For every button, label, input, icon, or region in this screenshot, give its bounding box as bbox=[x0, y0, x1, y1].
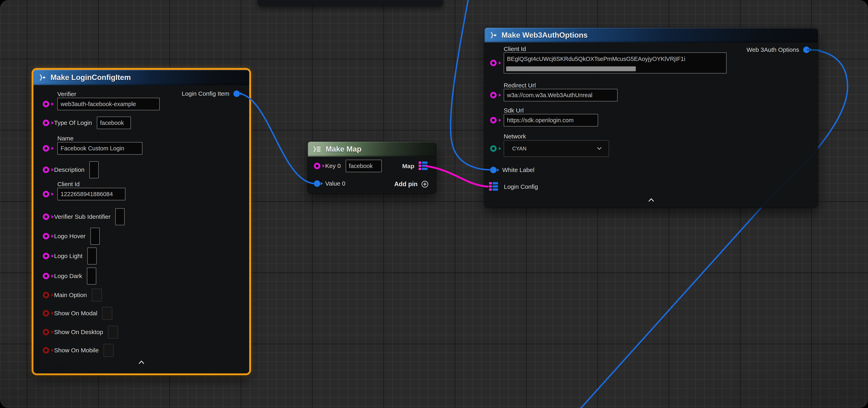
node-header-make-web3auth-options[interactable]: Make Web3AuthOptions bbox=[485, 28, 818, 42]
value-0-pin[interactable] bbox=[314, 180, 320, 187]
white-label-label: White Label bbox=[502, 167, 534, 173]
key-0-field[interactable]: facebook bbox=[346, 160, 382, 172]
blueprint-graph-canvas[interactable]: Make LoginConfigItem Login Config Item V… bbox=[0, 0, 868, 408]
network-dropdown[interactable]: CYAN bbox=[504, 140, 609, 157]
offscreen-node-bottom[interactable] bbox=[257, 0, 443, 6]
type-of-login-pin[interactable] bbox=[43, 120, 49, 126]
verifier-sub-identifier-pin[interactable] bbox=[43, 213, 49, 220]
chevron-up-icon bbox=[648, 198, 654, 202]
main-option-checkbox[interactable] bbox=[92, 288, 102, 302]
verifier-field[interactable]: web3auth-facebook-example bbox=[57, 98, 160, 110]
node-title: Make LoginConfigItem bbox=[51, 73, 131, 82]
chevron-down-icon bbox=[597, 147, 602, 150]
show-on-modal-checkbox[interactable] bbox=[102, 307, 112, 320]
node-make-web3auth-options[interactable]: Make Web3AuthOptions Web 3Auth Options C… bbox=[485, 28, 818, 207]
show-on-desktop-checkbox[interactable] bbox=[108, 326, 118, 339]
show-on-mobile-checkbox[interactable] bbox=[103, 344, 114, 357]
show-on-desktop-label: Show On Desktop bbox=[54, 329, 103, 336]
type-of-login-label: Type Of Login bbox=[54, 120, 92, 126]
show-on-modal-pin[interactable] bbox=[43, 310, 49, 316]
show-on-mobile-pin[interactable] bbox=[43, 347, 49, 353]
sdk-url-field[interactable]: https://sdk.openlogin.com bbox=[504, 114, 598, 127]
make-struct-icon bbox=[490, 32, 497, 39]
client-id-label: Client Id bbox=[57, 181, 80, 188]
login-config-pin[interactable] bbox=[489, 182, 498, 192]
client-id-field-scrollbar[interactable] bbox=[506, 66, 636, 71]
node-title: Make Web3AuthOptions bbox=[501, 31, 588, 39]
client-id-field[interactable]: 1222658941886084 bbox=[57, 188, 125, 200]
show-on-modal-label: Show On Modal bbox=[54, 310, 97, 317]
map-output-pin[interactable] bbox=[418, 161, 428, 171]
logo-dark-pin[interactable] bbox=[43, 273, 49, 279]
description-pin[interactable] bbox=[43, 167, 49, 173]
verifier-pin[interactable] bbox=[43, 101, 49, 107]
white-label-pin[interactable] bbox=[490, 167, 497, 173]
value-0-label: Value 0 bbox=[325, 180, 345, 187]
redirect-url-label: Redirect Url bbox=[504, 82, 536, 89]
output-pin-web3auth-options[interactable] bbox=[803, 46, 810, 53]
verifier-label: Verifier bbox=[57, 91, 76, 98]
key-0-pin[interactable] bbox=[314, 163, 320, 169]
key-0-label: Key 0 bbox=[325, 163, 341, 169]
add-pin-icon bbox=[421, 180, 429, 188]
show-on-mobile-label: Show On Mobile bbox=[54, 347, 99, 354]
sdk-url-pin[interactable] bbox=[490, 117, 497, 124]
show-on-desktop-pin[interactable] bbox=[43, 329, 49, 335]
node-make-map[interactable]: Make Map Key 0 facebook Map Value 0 Add … bbox=[308, 142, 436, 194]
logo-hover-pin[interactable] bbox=[43, 233, 49, 239]
name-label: Name bbox=[57, 135, 73, 142]
add-pin-button[interactable]: Add pin bbox=[394, 180, 429, 188]
name-pin[interactable] bbox=[43, 145, 49, 151]
add-pin-label: Add pin bbox=[394, 180, 417, 188]
collapse-node-button[interactable] bbox=[647, 197, 655, 203]
redirect-url-pin[interactable] bbox=[490, 92, 497, 98]
node-header-make-login-config-item[interactable]: Make LoginConfigItem bbox=[33, 70, 249, 85]
network-dropdown-value: CYAN bbox=[512, 145, 526, 152]
make-map-icon bbox=[313, 146, 321, 152]
node-title: Make Map bbox=[326, 145, 362, 154]
logo-light-field[interactable] bbox=[87, 247, 97, 265]
verifier-sub-identifier-field[interactable] bbox=[115, 208, 125, 225]
client-id-pin[interactable] bbox=[43, 191, 49, 197]
description-field[interactable] bbox=[89, 161, 99, 178]
client-id-field[interactable]: BEglQSgt4cUWcj6SKRdu5QkOXTsePmMcusG5EAoy… bbox=[504, 53, 726, 73]
chevron-up-icon bbox=[138, 361, 145, 364]
name-field[interactable]: Facebook Custom Login bbox=[57, 142, 143, 155]
verifier-sub-identifier-label: Verifier Sub Identifier bbox=[54, 213, 111, 220]
logo-hover-field[interactable] bbox=[90, 228, 100, 245]
network-pin[interactable] bbox=[490, 145, 497, 152]
description-label: Description bbox=[54, 166, 85, 173]
main-option-pin[interactable] bbox=[43, 292, 49, 298]
output-pin-login-config-item[interactable] bbox=[234, 91, 240, 97]
logo-hover-label: Logo Hover bbox=[54, 233, 86, 240]
client-id-value: BEglQSgt4cUWcj6SKRdu5QkOXTsePmMcusG5EAoy… bbox=[507, 56, 723, 62]
type-of-login-field[interactable]: facebook bbox=[97, 116, 131, 129]
output-pin-label: Web 3Auth Options bbox=[746, 46, 799, 53]
logo-light-label: Logo Light bbox=[54, 252, 83, 260]
client-id-label: Client Id bbox=[504, 45, 526, 53]
redirect-url-field[interactable]: w3a://com.w3a.Web3AuthUnreal bbox=[504, 89, 618, 101]
map-output-label: Map bbox=[402, 163, 414, 170]
logo-dark-label: Logo Dark bbox=[54, 273, 82, 279]
client-id-pin[interactable] bbox=[490, 60, 497, 66]
main-option-label: Main Option bbox=[54, 292, 87, 299]
logo-light-pin[interactable] bbox=[43, 253, 49, 259]
sdk-url-label: Sdk Url bbox=[504, 107, 524, 114]
wire-login-config-item-to-value-0 bbox=[239, 94, 314, 183]
logo-dark-field[interactable] bbox=[87, 268, 96, 284]
node-header-make-map[interactable]: Make Map bbox=[308, 142, 436, 157]
node-make-login-config-item[interactable]: Make LoginConfigItem Login Config Item V… bbox=[33, 70, 249, 373]
network-label: Network bbox=[504, 133, 526, 140]
login-config-label: Login Config bbox=[504, 183, 538, 190]
output-pin-label: Login Config Item bbox=[182, 90, 229, 97]
make-struct-icon bbox=[39, 74, 46, 81]
collapse-node-button[interactable] bbox=[137, 360, 146, 365]
